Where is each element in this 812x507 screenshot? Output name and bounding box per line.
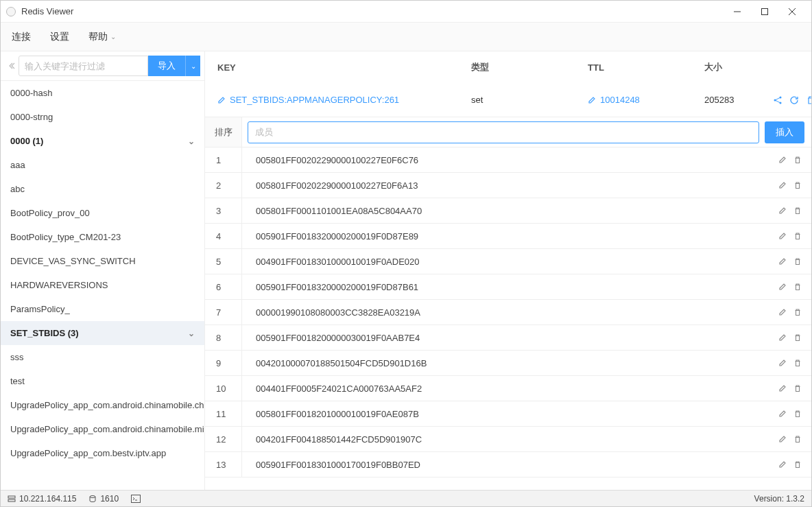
row-index: 12 xyxy=(205,427,242,451)
edit-icon[interactable] xyxy=(778,359,787,367)
row-value: 005901FF0018200000030019F0AAB7E4 xyxy=(242,333,770,343)
sidebar-item-label: ParamsPolicy_ xyxy=(10,304,70,314)
menu-settings[interactable]: 设置 xyxy=(50,31,69,43)
sidebar-item[interactable]: HARDWAREVERSIONS xyxy=(1,273,204,297)
search-input[interactable] xyxy=(19,56,148,76)
table-row[interactable]: 9004201000070188501504FCD5D901D16B xyxy=(205,351,811,376)
table-row[interactable]: 13005901FF0018301000170019F0BB07ED xyxy=(205,452,811,477)
delete-icon[interactable] xyxy=(793,156,802,164)
sidebar-item-label: 0000-strng xyxy=(10,112,53,122)
sidebar-item[interactable]: aaa xyxy=(1,153,204,177)
chevron-down-icon: ⌄ xyxy=(188,137,195,146)
delete-icon[interactable] xyxy=(793,207,802,215)
table-row[interactable]: 3005801FF0001101001EA08A5C804AA70 xyxy=(205,198,811,224)
edit-icon[interactable] xyxy=(778,333,787,342)
sort-label[interactable]: 排序 xyxy=(205,117,242,147)
member-input[interactable] xyxy=(248,121,759,143)
delete-icon[interactable] xyxy=(793,333,802,342)
sidebar: 导入 ⌄ 0000-hash0000-strng0000 (1)⌄aaaabcB… xyxy=(1,51,205,490)
sidebar-item-label: UpgradePolicy_app_com.bestv.iptv.app xyxy=(10,448,166,458)
svg-line-7 xyxy=(776,97,780,99)
edit-icon[interactable] xyxy=(588,96,596,104)
insert-button[interactable]: 插入 xyxy=(765,121,804,143)
svg-rect-1 xyxy=(762,8,768,14)
edit-icon[interactable] xyxy=(778,410,787,418)
menu-help[interactable]: 帮助⌄ xyxy=(88,31,116,43)
row-value: 004901FF0018301000010019F0ADE020 xyxy=(242,257,770,267)
row-value: 005901FF0018320000200019F0D87B61 xyxy=(242,282,770,292)
edit-icon[interactable] xyxy=(778,460,787,469)
import-dropdown-button[interactable]: ⌄ xyxy=(185,56,200,76)
chevron-down-icon: ⌄ xyxy=(110,33,116,40)
sidebar-item[interactable]: UpgradePolicy_app_com.android.chinamobil… xyxy=(1,393,204,417)
delete-icon[interactable] xyxy=(793,410,802,418)
delete-icon[interactable] xyxy=(806,95,811,105)
sidebar-item-label: DEVICE_VAS_SYNC_SWITCH xyxy=(10,256,136,266)
chevron-down-icon: ⌄ xyxy=(188,329,195,338)
delete-icon[interactable] xyxy=(793,308,802,316)
import-button[interactable]: 导入 xyxy=(148,56,185,76)
table-row[interactable]: 8005901FF0018200000030019F0AAB7E4 xyxy=(205,325,811,351)
col-ttl: TTL xyxy=(588,62,704,73)
database-icon xyxy=(88,495,97,503)
table-row[interactable]: 10004401FF0005F24021CA000763AA5AF2 xyxy=(205,376,811,401)
row-value: 005801FF00202290000100227E0F6A13 xyxy=(242,180,770,191)
sidebar-item-label: BootPolicy_type_CM201-23 xyxy=(10,232,121,242)
edit-icon[interactable] xyxy=(217,96,226,104)
collapse-sidebar-button[interactable] xyxy=(5,56,19,76)
maximize-button[interactable] xyxy=(751,1,778,22)
table-row[interactable]: 12004201FF004188501442FCD5D901907C xyxy=(205,427,811,452)
data-table[interactable]: 1005801FF00202290000100227E0F6C762005801… xyxy=(205,148,811,490)
edit-icon[interactable] xyxy=(778,435,787,443)
sidebar-item[interactable]: UpgradePolicy_app_com.bestv.iptv.app xyxy=(1,441,204,465)
sidebar-item[interactable]: SET_STBIDS (3)⌄ xyxy=(1,321,204,345)
sidebar-item[interactable]: test xyxy=(1,369,204,393)
sidebar-item[interactable]: UpgradePolicy_app_com.android.chinamobil… xyxy=(1,417,204,441)
menu-connect[interactable]: 连接 xyxy=(12,31,31,43)
delete-icon[interactable] xyxy=(793,232,802,240)
table-row[interactable]: 6005901FF0018320000200019F0D87B61 xyxy=(205,274,811,300)
sidebar-item[interactable]: BootPolicy_type_CM201-23 xyxy=(1,225,204,249)
table-row[interactable]: 5004901FF0018301000010019F0ADE020 xyxy=(205,249,811,274)
key-tree[interactable]: 0000-hash0000-strng0000 (1)⌄aaaabcBootPo… xyxy=(1,81,204,490)
server-icon xyxy=(8,495,16,503)
minimize-button[interactable] xyxy=(724,1,751,22)
edit-icon[interactable] xyxy=(778,181,787,189)
sidebar-item[interactable]: 0000 (1)⌄ xyxy=(1,129,204,153)
status-count: 1610 xyxy=(88,494,119,504)
delete-icon[interactable] xyxy=(793,283,802,291)
refresh-icon[interactable] xyxy=(789,95,799,105)
edit-icon[interactable] xyxy=(778,207,787,215)
table-row[interactable]: 7000001990108080003CC3828EA03219A xyxy=(205,300,811,325)
table-row[interactable]: 4005901FF0018320000200019F0D87E89 xyxy=(205,224,811,249)
delete-icon[interactable] xyxy=(793,181,802,189)
edit-icon[interactable] xyxy=(778,156,787,164)
delete-icon[interactable] xyxy=(793,435,802,443)
key-name[interactable]: SET_STBIDS:APPMANAGERPOLICY:261 xyxy=(230,95,399,105)
sidebar-item[interactable]: 0000-strng xyxy=(1,105,204,129)
status-terminal[interactable] xyxy=(131,495,141,503)
delete-icon[interactable] xyxy=(793,460,802,469)
sidebar-item[interactable]: sss xyxy=(1,345,204,369)
edit-icon[interactable] xyxy=(778,257,787,266)
table-row[interactable]: 1005801FF00202290000100227E0F6C76 xyxy=(205,148,811,173)
edit-icon[interactable] xyxy=(778,283,787,291)
edit-icon[interactable] xyxy=(778,384,787,392)
sidebar-item[interactable]: BootPolicy_prov_00 xyxy=(1,201,204,225)
share-icon[interactable] xyxy=(773,95,783,105)
edit-icon[interactable] xyxy=(778,308,787,316)
row-index: 5 xyxy=(205,249,242,274)
terminal-icon xyxy=(131,495,141,503)
key-ttl[interactable]: 10014248 xyxy=(600,95,640,105)
table-row[interactable]: 11005801FF0018201000010019F0AE087B xyxy=(205,401,811,427)
close-button[interactable] xyxy=(778,1,806,22)
sidebar-item[interactable]: 0000-hash xyxy=(1,81,204,105)
delete-icon[interactable] xyxy=(793,257,802,266)
sidebar-item[interactable]: DEVICE_VAS_SYNC_SWITCH xyxy=(1,249,204,273)
edit-icon[interactable] xyxy=(778,232,787,240)
sidebar-item[interactable]: abc xyxy=(1,177,204,201)
delete-icon[interactable] xyxy=(793,359,802,367)
sidebar-item[interactable]: ParamsPolicy_ xyxy=(1,297,204,321)
table-row[interactable]: 2005801FF00202290000100227E0F6A13 xyxy=(205,173,811,198)
delete-icon[interactable] xyxy=(793,384,802,392)
